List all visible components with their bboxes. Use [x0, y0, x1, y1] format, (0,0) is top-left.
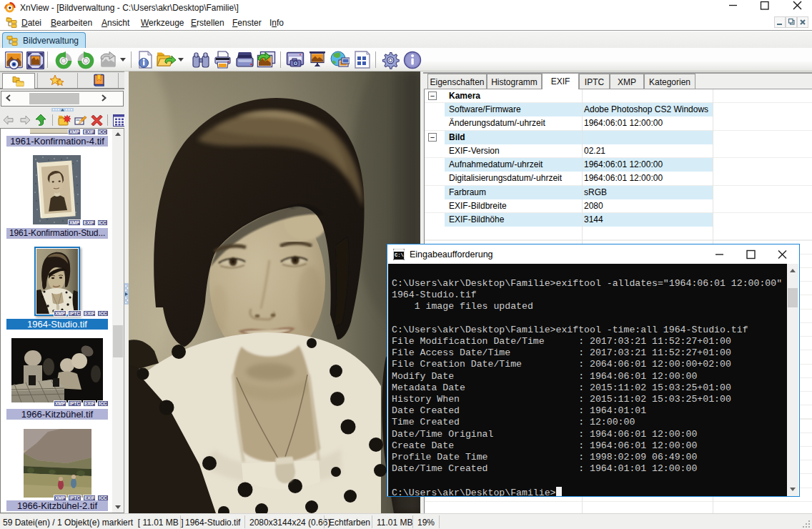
- svg-text:C:\: C:\: [395, 252, 404, 258]
